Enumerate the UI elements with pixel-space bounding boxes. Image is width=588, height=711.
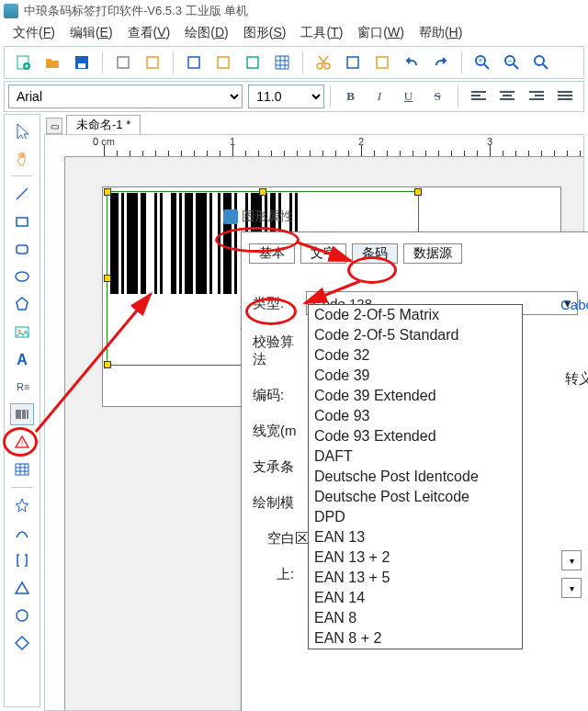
left-toolbar: AR≡!: [4, 114, 40, 707]
dropdown-option[interactable]: Code 39: [309, 366, 522, 386]
main-toolbar: +−: [4, 46, 584, 79]
format-bar: Arial 11.0 B I U S: [4, 81, 584, 112]
svg-text:!: !: [21, 438, 24, 447]
dropdown-option[interactable]: Deutsche Post Identcode: [309, 467, 522, 487]
dropdown-option[interactable]: EAN 8: [309, 608, 522, 628]
tool-text-a[interactable]: A: [10, 348, 34, 370]
grid-button[interactable]: [271, 51, 293, 73]
menu-t[interactable]: 工具(T): [293, 23, 350, 43]
panel-tab-2[interactable]: 条码: [352, 243, 398, 264]
menu-h[interactable]: 帮助(H): [412, 23, 469, 43]
strike-button[interactable]: S: [426, 85, 448, 107]
tool-table[interactable]: [10, 458, 34, 480]
menu-s[interactable]: 图形(S): [236, 23, 294, 43]
align-justify-button[interactable]: [554, 85, 576, 107]
font-name-select[interactable]: Arial: [8, 85, 243, 108]
dropdown-option[interactable]: Deutsche Post Leitcode: [309, 487, 522, 507]
copy-button[interactable]: [342, 51, 364, 73]
undo-button[interactable]: [401, 51, 423, 73]
svg-text:+: +: [478, 56, 482, 65]
panel-tab-3[interactable]: 数据源: [403, 243, 462, 264]
menu-d[interactable]: 绘图(D): [177, 23, 235, 43]
doc-window-icon[interactable]: ▭: [46, 118, 62, 134]
zoom-in-button[interactable]: +: [471, 51, 493, 73]
tool-hand[interactable]: [10, 147, 34, 169]
align-center-button[interactable]: [496, 85, 518, 107]
menu-bar: 文件(F)编辑(E)查看(V)绘图(D)图形(S)工具(T)窗口(W)帮助(H): [0, 22, 588, 44]
tool-image[interactable]: [10, 321, 34, 343]
tool-line[interactable]: [10, 183, 34, 205]
dropdown-option[interactable]: Code 39 Extended: [309, 386, 522, 406]
svg-rect-23: [17, 245, 28, 254]
tool-diamond[interactable]: [10, 632, 34, 654]
dropdown-option[interactable]: DAFT: [309, 446, 522, 467]
dropdown-option[interactable]: EAN 13: [309, 527, 522, 547]
ruler-horizontal: 0 cm123: [65, 135, 583, 157]
dropdown-option[interactable]: EAN 13 + 5: [309, 568, 522, 588]
bold-button[interactable]: B: [340, 85, 362, 107]
type-dropdown-list[interactable]: Code 2-Of-5 MatrixCode 2-Of-5 StandardCo…: [308, 304, 523, 649]
tool-curve[interactable]: [10, 522, 34, 544]
dropdown-option[interactable]: DPD: [309, 507, 522, 527]
db-link-button[interactable]: [242, 51, 264, 73]
italic-button[interactable]: I: [368, 85, 390, 107]
svg-line-21: [17, 188, 28, 199]
tool-ellipse[interactable]: [10, 265, 34, 288]
menu-v[interactable]: 查看(V): [120, 23, 178, 43]
properties-panel[interactable]: 图形属性 基本文字条码数据源 类型: Code 128 ▾ 校验算法 编码: 线…: [241, 231, 588, 711]
tool-triangle[interactable]: [10, 577, 34, 599]
doc-tab[interactable]: 未命名-1 *: [66, 115, 141, 134]
menu-f[interactable]: 文件(F): [6, 23, 62, 43]
check-label: 校验算法: [253, 333, 306, 368]
svg-point-31: [17, 610, 28, 621]
underline-button[interactable]: U: [398, 85, 420, 107]
align-left-button[interactable]: [468, 85, 490, 107]
dropdown-option[interactable]: EAN 14: [309, 588, 522, 608]
paste-button[interactable]: [371, 51, 393, 73]
align-right-button[interactable]: [526, 85, 548, 107]
tool-rrect[interactable]: [10, 238, 34, 260]
bearer-label: 支承条: [253, 458, 306, 476]
zoom-fit-button[interactable]: [530, 51, 552, 73]
dropdown-option[interactable]: EAN 8 + 2: [309, 628, 522, 649]
preview-button[interactable]: [183, 51, 205, 73]
tool-star[interactable]: [10, 494, 34, 516]
svg-rect-3: [78, 63, 85, 68]
zoom-out-button[interactable]: −: [501, 51, 523, 73]
small-dropdown-2[interactable]: ▾: [561, 578, 582, 598]
cut-button[interactable]: [312, 51, 334, 73]
tool-danger[interactable]: !: [10, 431, 34, 453]
small-dropdown-1[interactable]: ▾: [561, 550, 582, 570]
tool-circle-shape[interactable]: [10, 604, 34, 626]
svg-line-14: [484, 64, 489, 69]
menu-w[interactable]: 窗口(W): [350, 23, 412, 43]
db-button[interactable]: [212, 51, 234, 73]
dropdown-option[interactable]: EAN 13 + 2: [309, 547, 522, 568]
settings-button[interactable]: [141, 51, 164, 73]
tool-barcode[interactable]: [10, 403, 34, 425]
dropdown-option[interactable]: Code 93: [309, 406, 522, 426]
dropdown-option[interactable]: Code 2-Of-5 Matrix: [309, 305, 522, 325]
redo-button[interactable]: [430, 51, 452, 73]
panel-title[interactable]: 图形属性: [223, 209, 293, 225]
tool-bracket[interactable]: [10, 549, 34, 571]
font-size-select[interactable]: 11.0: [248, 85, 324, 108]
dropdown-option[interactable]: Code 32: [309, 345, 522, 366]
svg-rect-6: [188, 57, 199, 68]
drawmode-label: 绘制模: [253, 494, 306, 512]
panel-tab-0[interactable]: 基本: [249, 243, 295, 264]
linewidth-label: 线宽(m: [253, 423, 306, 440]
dropdown-option[interactable]: Code 93 Extended: [309, 426, 522, 446]
tool-pointer[interactable]: [10, 119, 34, 141]
tool-rect[interactable]: [10, 210, 34, 232]
menu-e[interactable]: 编辑(E): [62, 23, 120, 43]
new-button[interactable]: [12, 51, 34, 73]
dropdown-option[interactable]: Code 2-Of-5 Standard: [309, 325, 522, 345]
tool-rtext[interactable]: R≡: [10, 376, 34, 398]
svg-point-19: [535, 56, 544, 65]
open-button[interactable]: [41, 51, 63, 73]
tool-polygon[interactable]: [10, 293, 34, 315]
save-button[interactable]: [71, 51, 93, 73]
panel-tab-1[interactable]: 文字: [300, 243, 346, 264]
props-button[interactable]: [112, 51, 134, 73]
